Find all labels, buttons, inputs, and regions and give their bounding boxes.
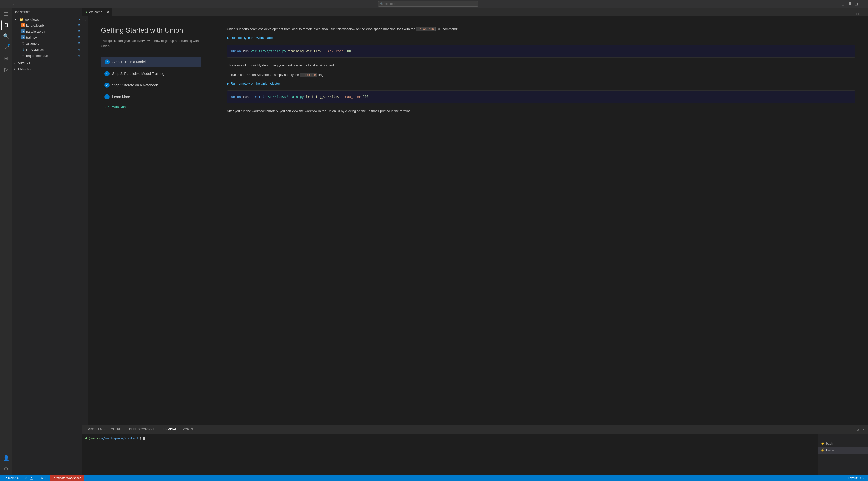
sidebar-actions: ···	[75, 9, 79, 14]
explorer-icon: 🗒	[4, 22, 9, 28]
activity-item-extensions[interactable]: ⊞	[1, 53, 11, 63]
terminate-label: Terminate Workspace	[52, 477, 82, 480]
prompt-venv: (venv)	[88, 436, 100, 440]
titlebar-navigation: ← →	[2, 1, 16, 6]
terminal-content[interactable]: (venv) ~/workspace/content $	[82, 434, 818, 476]
warning-icon: △	[30, 477, 33, 480]
code-block-local: union run workflows/train.py training_wo…	[227, 45, 856, 58]
status-layout[interactable]: Layout: U.S.	[847, 477, 866, 480]
sidebar-file-parallelize[interactable]: py parallelize.py M	[12, 28, 82, 34]
activity-item-source-control[interactable]: ⎇	[1, 42, 11, 52]
code-path1: workflows/train.py	[251, 49, 286, 53]
sidebar-more-button[interactable]: ···	[75, 9, 79, 14]
sidebar: CONTENT ··· ▾ 📁 workflows • nb iterate.i…	[12, 7, 82, 476]
run-locally-label: Run locally in the Workspace	[230, 36, 273, 40]
step-1-label: Step 1: Train a Model	[112, 60, 146, 64]
terminal-shell-expand[interactable]: ›	[818, 434, 868, 440]
panel-toggle-button[interactable]: ‹	[82, 16, 88, 425]
code-fn2: training_workflow	[306, 95, 339, 98]
chevron-left-icon: ‹	[85, 18, 86, 22]
step-3-check: ✓	[104, 83, 110, 88]
tab-debug-console[interactable]: DEBUG CONSOLE	[126, 425, 158, 434]
terminal-tab-bar: PROBLEMS OUTPUT DEBUG CONSOLE TERMINAL P…	[82, 425, 868, 434]
tab-output[interactable]: OUTPUT	[108, 425, 126, 434]
editor-area: ◈ Welcome × ⊟ ··· ‹ Getting Starte	[82, 7, 868, 476]
activity-item-menu[interactable]: ☰	[1, 9, 11, 19]
tab-terminal[interactable]: TERMINAL	[158, 425, 180, 434]
search-input[interactable]: content	[378, 1, 478, 6]
step-2-item[interactable]: ✓ Step 2: Parallelize Model Training	[101, 69, 202, 79]
welcome-title: Getting Started with Union	[101, 26, 202, 34]
status-branch[interactable]: ⎇ main* ↻	[2, 477, 20, 480]
terminal-more-button[interactable]: ···	[850, 427, 855, 432]
activity-item-account[interactable]: 👤	[1, 453, 11, 463]
step-1-item[interactable]: ✓ Step 1: Train a Model	[101, 57, 202, 67]
status-errors[interactable]: ✕ 0 △ 0	[23, 477, 36, 480]
sidebar-folder-workflows[interactable]: ▾ 📁 workflows •	[12, 16, 82, 22]
activity-item-search[interactable]: 🔍	[1, 31, 11, 41]
terminal-actions: + ··· ∧ ×	[845, 427, 866, 432]
settings-icon: ⚙	[4, 466, 8, 472]
folder-name-workflows: workflows	[25, 18, 39, 21]
editor-more-button[interactable]: ···	[861, 11, 866, 16]
tab-bar: ◈ Welcome × ⊟ ···	[82, 7, 868, 16]
sidebar-file-iterate[interactable]: nb iterate.ipynb M	[12, 22, 82, 28]
activity-item-run[interactable]: ▷	[1, 64, 11, 74]
run-debug-icon: ▷	[4, 66, 8, 72]
sidebar-file-train[interactable]: py train.py M	[12, 34, 82, 40]
status-remote[interactable]: ⊗ 0	[39, 477, 47, 480]
step-3-label: Step 3: Iterate on a Notebook	[112, 83, 158, 87]
code-block-remote: union run --remote workflows/train.py tr…	[227, 90, 856, 103]
new-terminal-button[interactable]: +	[845, 427, 849, 432]
activity-bar: ☰ 🗒 🔍 ⎇ ⊞ ▷ 👤 ⚙	[0, 7, 12, 476]
tab-label-welcome: Welcome	[89, 10, 106, 14]
titlebar-search: 🔍 content	[378, 1, 478, 6]
run-remotely-link[interactable]: ▶ Run remotely on the Union cluster	[227, 82, 856, 85]
step-3-item[interactable]: ✓ Step 3: Iterate on a Notebook	[101, 80, 202, 90]
nav-forward-button[interactable]: →	[10, 1, 16, 6]
code-union: union	[231, 49, 241, 53]
file-name-iterate: iterate.ipynb	[26, 24, 78, 27]
tab-close-button[interactable]: ×	[107, 10, 109, 14]
right-desc-1: Union supports seamless development from…	[227, 26, 856, 32]
terminal-shell-union[interactable]: ⚡ Union	[818, 447, 868, 454]
sidebar-section-timeline[interactable]: › TIMELINE	[12, 66, 82, 71]
terminal-close-button[interactable]: ×	[862, 427, 866, 432]
sidebar-file-gitignore[interactable]: ⬡ .gitignore M	[12, 40, 82, 47]
terminal-collapse-button[interactable]: ∧	[856, 427, 861, 432]
titlebar: ← → 🔍 content ⊞ 🖥 ⊟ ⋯	[0, 0, 868, 7]
step-4-item[interactable]: ✓ Learn More	[101, 92, 202, 102]
activity-item-settings[interactable]: ⚙	[1, 464, 11, 474]
remote-icon: ⊗	[40, 477, 43, 480]
right-desc-4: After you run the workflow remotely, you…	[227, 108, 856, 114]
tab-problems[interactable]: PROBLEMS	[85, 425, 108, 434]
tab-welcome[interactable]: ◈ Welcome ×	[82, 7, 113, 16]
terminate-workspace-button[interactable]: Terminate Workspace	[50, 476, 84, 481]
code-run: run	[243, 49, 251, 53]
extensions-icon: ⊞	[4, 55, 8, 61]
run-locally-link[interactable]: ▶ Run locally in the Workspace	[227, 36, 856, 40]
split-icon-button[interactable]: ⊟	[854, 1, 859, 7]
sidebar-file-requirements[interactable]: ≡ requirements.txt M	[12, 53, 82, 59]
welcome-left-panel: Getting Started with Union This quick st…	[88, 16, 214, 425]
tab-ports[interactable]: PORTS	[180, 425, 196, 434]
chevron-right-icon2: ›	[14, 68, 18, 70]
monitor-icon-button[interactable]: 🖥	[847, 1, 852, 6]
activity-item-explorer[interactable]: 🗒	[1, 20, 11, 30]
titlebar-more-button[interactable]: ⋯	[861, 1, 866, 7]
step-2-label: Step 2: Parallelize Model Training	[112, 71, 164, 76]
code-num1: 100	[345, 49, 351, 53]
sidebar-section-outline[interactable]: › OUTLINE	[12, 61, 82, 66]
editor-split-button[interactable]: ⊟	[855, 11, 860, 16]
step-4-check: ✓	[104, 94, 110, 99]
layout-icon-button[interactable]: ⊞	[841, 1, 845, 7]
search-icon: 🔍	[380, 2, 383, 5]
sidebar-file-readme[interactable]: ℹ README.md M	[12, 47, 82, 53]
nav-back-button[interactable]: ←	[2, 1, 8, 6]
code-fn1: training_workflow	[288, 49, 321, 53]
chevron-right-icon: ›	[14, 62, 18, 65]
terminal-shell-bash[interactable]: ⚡ bash	[818, 440, 868, 447]
mark-done-button[interactable]: ✓✓ Mark Done	[101, 103, 202, 110]
error-count: 0	[28, 477, 30, 480]
remote-count: 0	[44, 477, 46, 480]
